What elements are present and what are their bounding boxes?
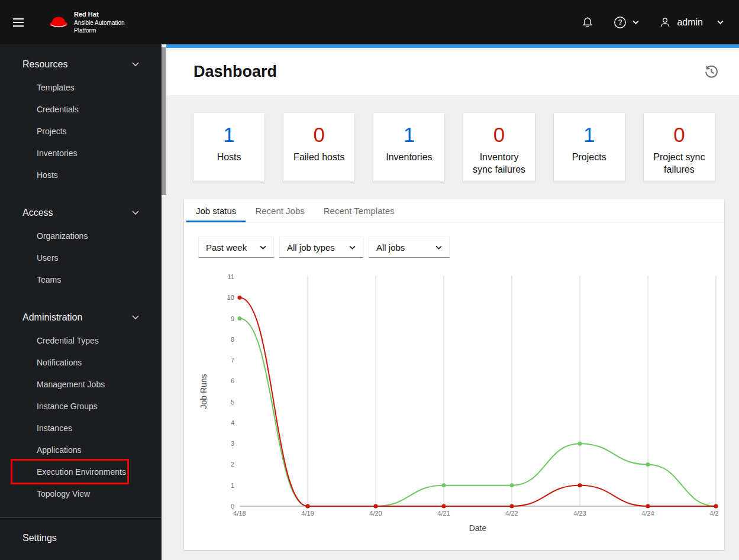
sidebar-item-execution-environments[interactable]: Execution Environments	[0, 461, 162, 483]
dashboard-content: 1 Hosts 0 Failed hosts 1 Inventories 0 I…	[166, 95, 739, 560]
sidebar-item-credential-types[interactable]: Credential Types	[0, 329, 162, 351]
red-hat-logo-icon	[49, 15, 69, 29]
inventories-count[interactable]: 1	[379, 124, 438, 147]
series-line-red	[240, 297, 716, 506]
sidebar-item-templates[interactable]: Templates	[0, 76, 162, 98]
sidebar-item-organizations[interactable]: Organizations	[0, 225, 162, 247]
sidebar-item-settings[interactable]: Settings	[0, 526, 162, 550]
sidebar-item-hosts[interactable]: Hosts	[0, 164, 162, 186]
project-sync-failures-label: Project sync failures	[650, 151, 709, 176]
card-inventory-sync-failures: 0 Inventory sync failures	[463, 113, 534, 182]
card-inventories: 1 Inventories	[373, 113, 444, 182]
x-tick-label: 4/20	[369, 510, 382, 517]
masthead: Red Hat Ansible Automation Platform ?	[0, 0, 739, 44]
data-point-green	[238, 316, 242, 321]
sidebar-item-projects[interactable]: Projects	[0, 120, 162, 142]
data-point-red	[578, 483, 582, 487]
sidebar-item-inventories[interactable]: Inventories	[0, 142, 162, 164]
y-tick-label: 4	[231, 419, 234, 426]
question-circle-icon: ?	[614, 16, 627, 29]
sidebar-scrollbar-track	[162, 44, 166, 560]
y-axis-label: Job Runs	[199, 374, 208, 409]
series-line-green	[240, 319, 716, 506]
notifications-button[interactable]	[582, 16, 593, 29]
sidebar-item-management-jobs[interactable]: Management Jobs	[0, 373, 162, 395]
chart-filters: Past week All job types All jobs	[184, 222, 724, 268]
sidebar: Resources Templates Credentials Projects…	[0, 44, 166, 560]
sidebar-item-instances[interactable]: Instances	[0, 417, 162, 439]
sidebar-section-resources: Resources Templates Credentials Projects…	[0, 53, 162, 186]
user-menu-button[interactable]: admin	[659, 17, 724, 28]
bell-icon	[582, 16, 593, 29]
inventories-label: Inventories	[379, 151, 438, 164]
data-point-red	[442, 504, 446, 509]
brand-line2: Ansible Automation	[74, 19, 125, 27]
brand-logo: Red Hat Ansible Automation Platform	[49, 10, 125, 34]
projects-label: Projects	[560, 151, 619, 164]
tab-recent-templates[interactable]: Recent Templates	[314, 199, 404, 222]
sidebar-group-access[interactable]: Access	[0, 201, 162, 225]
data-point-green	[646, 462, 650, 467]
sidebar-item-topology-view[interactable]: Topology View	[0, 483, 162, 504]
caret-down-icon	[435, 245, 442, 250]
hosts-label: Hosts	[199, 151, 259, 164]
x-tick-label: 4/21	[437, 510, 450, 517]
chevron-down-icon	[132, 62, 139, 67]
page-title: Dashboard	[193, 63, 277, 81]
period-select[interactable]: Past week	[198, 237, 274, 258]
projects-count[interactable]: 1	[560, 124, 619, 147]
brand-line1: Red Hat	[74, 10, 125, 18]
nav-toggle-button[interactable]	[9, 9, 36, 35]
caret-down-icon	[717, 20, 724, 24]
x-tick-label: 4/24	[641, 510, 654, 517]
summary-cards: 1 Hosts 0 Failed hosts 1 Inventories 0 I…	[193, 113, 715, 182]
sidebar-item-instance-groups[interactable]: Instance Groups	[0, 395, 162, 417]
chart-container: 012345678910114/184/194/204/214/224/234/…	[184, 268, 724, 550]
sidebar-section-administration: Administration Credential Types Notifica…	[0, 306, 162, 504]
hosts-count[interactable]: 1	[199, 124, 259, 147]
page-header: Dashboard	[166, 48, 739, 95]
y-tick-label: 5	[231, 399, 234, 406]
data-point-green	[510, 483, 514, 487]
sidebar-item-users[interactable]: Users	[0, 247, 162, 268]
data-point-red	[306, 504, 310, 509]
sidebar-group-label: Settings	[22, 533, 57, 543]
y-tick-label: 6	[231, 377, 234, 384]
y-tick-label: 11	[228, 273, 234, 280]
help-menu-button[interactable]: ?	[614, 16, 639, 29]
brand-line3: Platform	[74, 27, 125, 34]
sidebar-section-access: Access Organizations Users Teams	[0, 201, 162, 290]
tab-job-status[interactable]: Job status	[186, 199, 246, 222]
failed-hosts-count[interactable]: 0	[289, 124, 348, 147]
brand-text: Red Hat Ansible Automation Platform	[74, 10, 125, 34]
sidebar-item-notifications[interactable]: Notifications	[0, 351, 162, 373]
job-type-select[interactable]: All job types	[279, 237, 363, 258]
sidebar-item-applications[interactable]: Applications	[0, 439, 162, 461]
inventory-sync-failures-count[interactable]: 0	[469, 124, 528, 147]
chevron-down-icon	[132, 315, 139, 320]
history-button[interactable]	[704, 64, 719, 79]
x-tick-label: 4/19	[301, 510, 314, 517]
hamburger-icon	[13, 18, 24, 20]
sidebar-group-resources[interactable]: Resources	[0, 53, 162, 76]
sidebar-group-label: Resources	[22, 59, 67, 70]
sidebar-group-administration[interactable]: Administration	[0, 306, 162, 329]
caret-down-icon	[632, 20, 639, 24]
failed-hosts-label: Failed hosts	[289, 151, 348, 164]
data-point-green	[578, 442, 582, 446]
y-tick-label: 8	[231, 336, 234, 343]
inventory-sync-failures-label: Inventory sync failures	[469, 151, 528, 176]
tab-recent-jobs[interactable]: Recent Jobs	[246, 199, 314, 222]
period-select-value: Past week	[206, 242, 247, 253]
data-point-red	[714, 504, 718, 509]
sidebar-scrollbar-thumb[interactable]	[162, 47, 166, 195]
sidebar-item-teams[interactable]: Teams	[0, 268, 162, 290]
job-filter-select[interactable]: All jobs	[369, 237, 450, 258]
data-point-red	[374, 504, 378, 509]
sidebar-group-label: Administration	[22, 312, 82, 323]
project-sync-failures-count[interactable]: 0	[650, 124, 709, 147]
sidebar-item-credentials[interactable]: Credentials	[0, 98, 162, 120]
card-hosts: 1 Hosts	[193, 113, 264, 182]
chevron-down-icon	[132, 211, 139, 215]
main-content: Dashboard 1 Hosts 0 Failed hosts 1 Inven…	[166, 44, 739, 560]
